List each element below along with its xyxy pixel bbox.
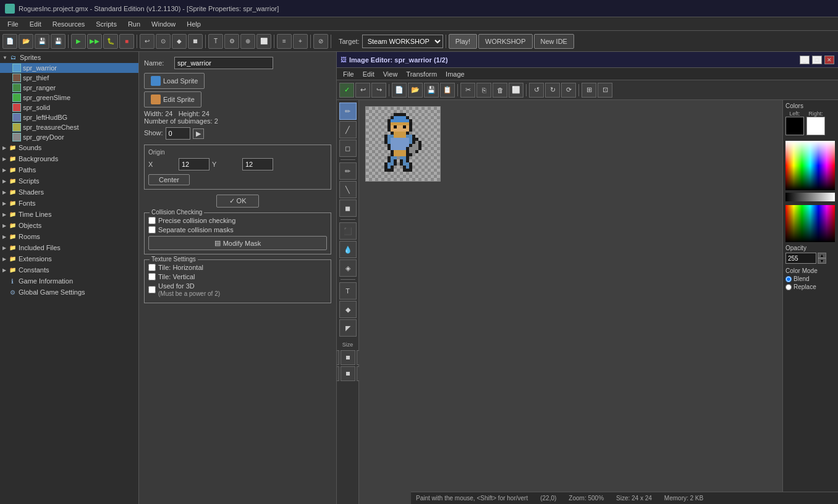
toolbar-btn6[interactable]: ⊙	[156, 34, 171, 49]
toolbar-accept[interactable]: ✓	[339, 83, 354, 98]
load-sprite-button[interactable]: Load Sprite	[144, 73, 205, 89]
toolbar-paste[interactable]: 📋	[440, 83, 455, 98]
toolbar-stop[interactable]: ■	[119, 34, 134, 49]
menu-run[interactable]: Run	[123, 19, 145, 29]
tile-h-checkbox[interactable]	[148, 264, 156, 271]
toolbar-btn13[interactable]: ≡	[277, 34, 292, 49]
size-2x2[interactable]	[341, 350, 355, 365]
sprite-item-lefthud[interactable]: spr_leftHudBG	[0, 112, 138, 122]
tool-erase2[interactable]: ◼	[339, 200, 357, 217]
toolbar-debug[interactable]: 🐛	[103, 34, 118, 49]
toolbar-select[interactable]: ⬜	[509, 83, 523, 98]
tool-pencil2[interactable]: ✏	[339, 162, 357, 180]
toolbar-open[interactable]: 📂	[19, 34, 33, 49]
toolbar-save-img[interactable]: 💾	[424, 83, 439, 98]
sprite-item-treasure[interactable]: spr_treasureChest	[0, 122, 138, 132]
toolbar-btn8[interactable]: ⏹	[188, 34, 203, 49]
sprite-item-greydoor[interactable]: spr_greyDoor	[0, 132, 138, 142]
workshop-button[interactable]: WORKSHOP	[478, 34, 532, 49]
color-spectrum[interactable]	[785, 141, 835, 190]
separate-checkbox[interactable]	[148, 226, 156, 233]
tree-scripts[interactable]: ▶ 📁 Scripts	[0, 175, 138, 187]
toolbar-btn7[interactable]: ◆	[172, 34, 187, 49]
tree-shaders[interactable]: ▶ 📁 Shaders	[0, 187, 138, 198]
tree-game-info[interactable]: ℹ Game Information	[0, 275, 138, 287]
close-button[interactable]: ✕	[824, 56, 834, 64]
toolbar-delete[interactable]: 🗑	[493, 83, 507, 98]
toolbar-grid[interactable]: ⊞	[582, 83, 596, 98]
left-color-box[interactable]	[785, 117, 804, 135]
tree-objects[interactable]: ▶ 📁 Objects	[0, 220, 138, 231]
img-menu-view[interactable]: View	[379, 70, 402, 78]
tree-included-files[interactable]: ▶ 📁 Included Files	[0, 242, 138, 253]
tool-line[interactable]: ╱	[339, 121, 357, 138]
sprite-item-thief[interactable]: spr_thief	[0, 73, 138, 83]
tool-fill[interactable]: ⬛	[339, 222, 357, 240]
sprite-canvas[interactable]	[365, 106, 441, 182]
toolbar-undo[interactable]: ↩	[355, 83, 370, 98]
show-input[interactable]	[166, 127, 190, 140]
tree-sounds[interactable]: ▶ 📁 Sounds	[0, 142, 138, 153]
size-1x1[interactable]	[337, 350, 339, 365]
opacity-down[interactable]: ▼	[818, 258, 826, 264]
replace-radio[interactable]	[785, 284, 792, 290]
precise-checkbox[interactable]	[148, 217, 156, 224]
edit-sprite-button[interactable]: Edit Sprite	[144, 91, 201, 107]
right-color-box[interactable]	[806, 117, 825, 135]
show-next-btn[interactable]: ▶	[193, 128, 204, 139]
toolbar-new[interactable]: 📄	[2, 34, 17, 49]
toolbar-cut[interactable]: ✂	[460, 83, 475, 98]
canvas-area[interactable]	[359, 100, 782, 504]
ok-button[interactable]: ✓ OK	[216, 195, 260, 208]
tree-sprites-root[interactable]: ▼ 🗂 Sprites	[0, 52, 138, 63]
tool-diamond[interactable]: ◆	[339, 301, 357, 318]
new-ide-button[interactable]: New IDE	[534, 34, 574, 49]
img-menu-image[interactable]: Image	[442, 70, 468, 78]
img-menu-edit[interactable]: Edit	[359, 70, 378, 78]
toolbar-save[interactable]: 💾	[35, 34, 49, 49]
toolbar-new-img[interactable]: 📄	[392, 83, 407, 98]
img-menu-file[interactable]: File	[339, 70, 358, 78]
tree-rooms[interactable]: ▶ 📁 Rooms	[0, 231, 138, 242]
minimize-button[interactable]: _	[800, 56, 810, 64]
play-button[interactable]: Play!	[449, 34, 477, 49]
toolbar-grid2[interactable]: ⊡	[598, 83, 612, 98]
size-5x5[interactable]	[341, 366, 355, 381]
opacity-up[interactable]: ▲	[818, 253, 826, 258]
img-menu-transform[interactable]: Transform	[402, 70, 441, 78]
name-input[interactable]	[174, 57, 273, 69]
center-button[interactable]: Center	[148, 174, 190, 185]
menu-window[interactable]: Window	[146, 19, 180, 29]
menu-file[interactable]: File	[2, 19, 23, 29]
maximize-button[interactable]: □	[812, 56, 822, 64]
tree-paths[interactable]: ▶ 📁 Paths	[0, 164, 138, 175]
toolbar-open-img[interactable]: 📂	[408, 83, 423, 98]
toolbar-run[interactable]: ▶	[71, 34, 86, 49]
tile-v-checkbox[interactable]	[148, 273, 156, 280]
tool-diagonal[interactable]: ╲	[339, 181, 357, 198]
tool-color-pick[interactable]: 💧	[339, 241, 357, 258]
opacity-input[interactable]	[785, 253, 816, 264]
tree-timelines[interactable]: ▶ 📁 Time Lines	[0, 209, 138, 220]
used-3d-checkbox[interactable]	[148, 286, 156, 293]
sprite-item-solid[interactable]: spr_solid	[0, 103, 138, 112]
target-select[interactable]: Steam WORKSHOP	[362, 35, 443, 48]
menu-edit[interactable]: Edit	[25, 19, 46, 29]
tree-global-settings[interactable]: ⚙ Global Game Settings	[0, 287, 138, 298]
toolbar-btn12[interactable]: ⬜	[256, 34, 271, 49]
sprite-item-ranger[interactable]: spr_ranger	[0, 83, 138, 93]
size-4x4[interactable]	[337, 366, 339, 381]
toolbar-run2[interactable]: ▶▶	[87, 34, 102, 49]
tree-backgrounds[interactable]: ▶ 📁 Backgrounds	[0, 153, 138, 164]
tree-fonts[interactable]: ▶ 📁 Fonts	[0, 198, 138, 209]
tool-erase[interactable]: ◻	[339, 140, 357, 157]
blend-radio[interactable]	[785, 276, 792, 282]
toolbar-btn11[interactable]: ⊕	[240, 34, 255, 49]
sprite-item-warrior[interactable]: spr_warrior	[0, 63, 138, 73]
menu-resources[interactable]: Resources	[48, 19, 90, 29]
toolbar-btn9[interactable]: T	[208, 34, 223, 49]
origin-y-input[interactable]	[242, 158, 273, 170]
menu-help[interactable]: Help	[182, 19, 206, 29]
toolbar-btn15[interactable]: ⊘	[313, 34, 328, 49]
toolbar-zoom-reset[interactable]: ⟳	[561, 83, 576, 98]
